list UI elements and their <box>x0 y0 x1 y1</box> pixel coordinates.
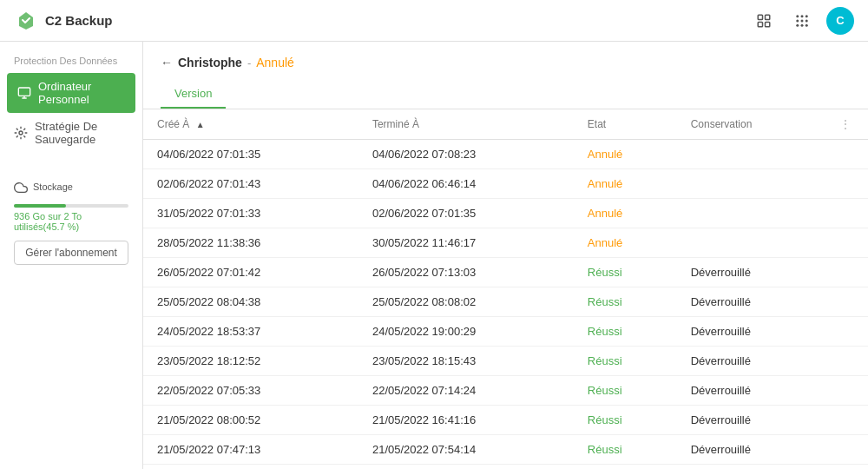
cell-etat: Réussi <box>574 376 677 406</box>
col-header-etat: Etat <box>574 109 677 140</box>
cell-menu <box>823 140 868 169</box>
cell-conservation: Déverrouillé <box>677 465 823 470</box>
storage-info: 936 Go sur 2 To utilisés(45.7 %) <box>14 211 128 232</box>
cell-etat: Réussi <box>574 317 677 347</box>
cell-termine-a: 04/06/2022 07:08:23 <box>358 140 574 169</box>
svg-rect-0 <box>758 15 762 19</box>
table-row[interactable]: 23/05/2022 18:12:52 23/05/2022 18:15:43 … <box>143 347 868 376</box>
svg-point-8 <box>801 19 804 22</box>
user-avatar[interactable]: C <box>826 7 854 35</box>
cell-cree-a: 02/06/2022 07:01:43 <box>143 169 358 199</box>
breadcrumb: ← Christophe - Annulé <box>161 56 851 69</box>
cell-conservation <box>677 140 823 169</box>
cell-menu <box>823 317 868 347</box>
table-row[interactable]: 04/06/2022 07:01:35 04/06/2022 07:08:23 … <box>143 140 868 169</box>
table-row[interactable]: 24/05/2022 18:53:37 24/05/2022 19:00:29 … <box>143 317 868 347</box>
table-header-row: Créé À ▲ Terminé À Etat Conservation <box>143 109 868 140</box>
cell-etat: Annulé <box>574 169 677 199</box>
cell-menu <box>823 169 868 199</box>
cell-termine-a: 25/05/2022 08:08:02 <box>358 287 574 317</box>
column-options-icon[interactable]: ⋮ <box>837 115 854 134</box>
table-row[interactable]: 28/05/2022 11:38:36 30/05/2022 11:46:17 … <box>143 228 868 258</box>
table-body: 04/06/2022 07:01:35 04/06/2022 07:08:23 … <box>143 140 868 470</box>
top-bar-actions: C <box>750 7 854 35</box>
table-row[interactable]: 26/05/2022 07:01:42 26/05/2022 07:13:03 … <box>143 258 868 287</box>
app-logo-icon <box>14 9 38 33</box>
cell-cree-a: 19/05/2022 21:15:07 <box>143 465 358 470</box>
cell-cree-a: 24/05/2022 18:53:37 <box>143 317 358 347</box>
cell-termine-a: 26/05/2022 07:13:03 <box>358 258 574 287</box>
cell-conservation: Déverrouillé <box>677 258 823 287</box>
cell-menu <box>823 465 868 470</box>
svg-point-10 <box>796 23 799 26</box>
back-button[interactable]: ← <box>161 56 173 69</box>
svg-rect-3 <box>766 22 770 26</box>
cell-termine-a: 23/05/2022 18:15:43 <box>358 347 574 376</box>
table-row[interactable]: 22/05/2022 07:05:33 22/05/2022 07:14:24 … <box>143 376 868 406</box>
cell-etat: Réussi <box>574 406 677 435</box>
storage-bar-bg <box>14 204 128 208</box>
cell-termine-a: 21/05/2022 16:41:16 <box>358 406 574 435</box>
sidebar-item-ordinateur-label: Ordinateur Personnel <box>38 80 125 106</box>
cell-menu <box>823 376 868 406</box>
storage-label: Stockage <box>33 182 73 192</box>
tab-version[interactable]: Version <box>161 80 226 109</box>
svg-rect-1 <box>766 15 770 19</box>
cell-etat: Annulé <box>574 140 677 169</box>
col-header-cree-a[interactable]: Créé À ▲ <box>143 109 358 140</box>
computer-icon <box>17 86 31 100</box>
cell-conservation <box>677 199 823 228</box>
cell-termine-a: 04/06/2022 06:46:14 <box>358 169 574 199</box>
breadcrumb-name: Christophe <box>178 56 242 69</box>
notifications-button[interactable] <box>750 7 778 35</box>
manage-subscription-button[interactable]: Gérer l'abonnement <box>14 241 128 265</box>
cell-menu <box>823 406 868 435</box>
cell-etat: Réussi <box>574 258 677 287</box>
table-row[interactable]: 21/05/2022 08:00:52 21/05/2022 16:41:16 … <box>143 406 868 435</box>
strategy-icon <box>14 126 28 140</box>
cell-etat: Réussi <box>574 287 677 317</box>
cell-conservation: Déverrouillé <box>677 317 823 347</box>
sidebar-item-strategie[interactable]: Stratégie De Sauvegarde <box>0 113 142 153</box>
sidebar-item-strategie-label: Stratégie De Sauvegarde <box>35 120 128 146</box>
top-bar: C2 Backup C <box>0 0 868 42</box>
cell-conservation <box>677 169 823 199</box>
svg-rect-2 <box>758 22 762 26</box>
cell-cree-a: 04/06/2022 07:01:35 <box>143 140 358 169</box>
col-header-conservation: Conservation <box>677 109 823 140</box>
cell-menu <box>823 347 868 376</box>
svg-point-7 <box>796 19 799 22</box>
sidebar-divider <box>0 153 142 167</box>
table-row[interactable]: 31/05/2022 07:01:33 02/06/2022 07:01:35 … <box>143 199 868 228</box>
cell-termine-a: 24/05/2022 19:00:29 <box>358 317 574 347</box>
cell-cree-a: 21/05/2022 08:00:52 <box>143 406 358 435</box>
cell-etat: Réussi <box>574 347 677 376</box>
cell-conservation: Déverrouillé <box>677 435 823 465</box>
cell-termine-a: 30/05/2022 11:46:17 <box>358 228 574 258</box>
table-row[interactable]: 21/05/2022 07:47:13 21/05/2022 07:54:14 … <box>143 435 868 465</box>
cell-termine-a: 21/05/2022 07:54:14 <box>358 435 574 465</box>
content-header: ← Christophe - Annulé Version <box>143 42 868 109</box>
grid-menu-button[interactable] <box>788 7 816 35</box>
cell-termine-a: 19/05/2022 21:18:44 <box>358 465 574 470</box>
cell-cree-a: 25/05/2022 08:04:38 <box>143 287 358 317</box>
sidebar-section-title: Protection Des Données <box>0 56 142 73</box>
col-header-termine-a: Terminé À <box>358 109 574 140</box>
table-row[interactable]: 02/06/2022 07:01:43 04/06/2022 06:46:14 … <box>143 169 868 199</box>
cell-cree-a: 26/05/2022 07:01:42 <box>143 258 358 287</box>
table-row[interactable]: 25/05/2022 08:04:38 25/05/2022 08:08:02 … <box>143 287 868 317</box>
storage-bar-fill <box>14 204 66 208</box>
table-row[interactable]: 19/05/2022 21:15:07 19/05/2022 21:18:44 … <box>143 465 868 470</box>
cell-conservation: Déverrouillé <box>677 406 823 435</box>
table-container[interactable]: Créé À ▲ Terminé À Etat Conservation <box>143 109 868 469</box>
svg-point-11 <box>801 23 804 26</box>
sidebar-item-ordinateur[interactable]: Ordinateur Personnel <box>7 73 135 113</box>
cell-etat: Réussi <box>574 465 677 470</box>
cell-conservation <box>677 228 823 258</box>
svg-rect-13 <box>18 88 30 96</box>
cell-cree-a: 22/05/2022 07:05:33 <box>143 376 358 406</box>
app-title: C2 Backup <box>45 13 113 28</box>
breadcrumb-status: Annulé <box>256 56 294 69</box>
app-logo-area: C2 Backup <box>14 9 113 33</box>
content-area: ← Christophe - Annulé Version <box>143 42 868 469</box>
